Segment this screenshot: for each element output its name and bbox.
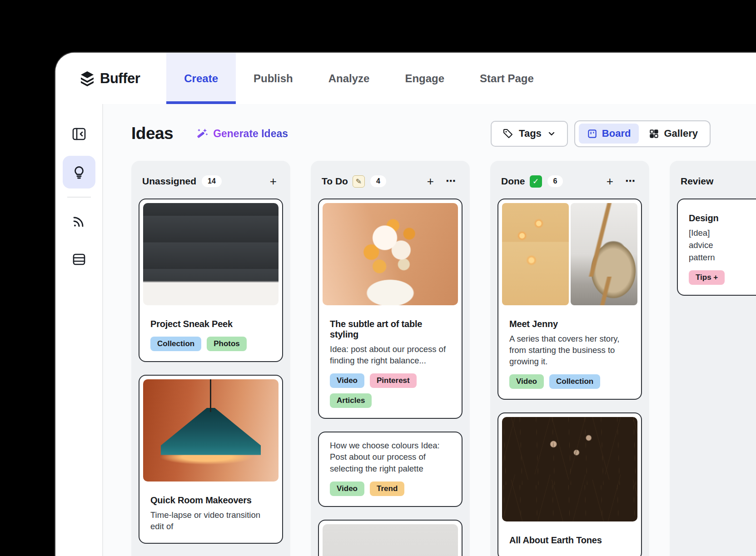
column-count-badge: 4	[370, 175, 386, 187]
card-description-line: pattern	[689, 252, 756, 263]
card-content: The subtle art of table stylingIdea: pos…	[319, 309, 462, 418]
logo-text: Buffer	[100, 70, 140, 87]
idea-card[interactable]: All About Earth Tones	[497, 412, 642, 556]
column-title: To Do	[322, 176, 348, 187]
main-panel: Ideas Generate Ideas	[103, 104, 756, 556]
card-tags: VideoCollection	[509, 374, 630, 389]
tags-button-label: Tags	[519, 128, 542, 139]
column-menu-button[interactable]: ⋯	[622, 175, 639, 187]
buffer-logo[interactable]: Buffer	[79, 53, 140, 104]
card-title: Quick Room Makeovers	[150, 495, 271, 506]
tab-engage[interactable]: Engage	[387, 53, 462, 104]
apples-image	[323, 524, 458, 556]
column-header: Done✓6+⋯	[497, 168, 642, 192]
column-header: Review	[677, 168, 756, 192]
card-description: How we choose colours Idea: Post about o…	[330, 440, 451, 474]
tab-create[interactable]: Create	[166, 53, 236, 104]
card-title: All About Earth Tones	[509, 535, 630, 546]
card-description-line: advice	[689, 239, 756, 251]
candles-photo	[502, 203, 569, 305]
column-unassigned: Unassigned14+Project Sneak PeekCollectio…	[131, 161, 290, 556]
tag-tips: Tips +	[689, 270, 725, 285]
board-view-icon	[587, 129, 597, 139]
tab-analyze[interactable]: Analyze	[311, 53, 388, 104]
teal-lamp-image	[143, 379, 279, 482]
sidebar-item-feed[interactable]	[63, 205, 95, 238]
tab-label: Analyze	[328, 72, 370, 85]
card-title: Meet Jenny	[509, 319, 630, 329]
tab-publish[interactable]: Publish	[236, 53, 311, 104]
tab-label: Start Page	[480, 72, 534, 85]
idea-card[interactable]: Meet JennyA series that covers her story…	[497, 199, 642, 400]
gallery-view-icon	[649, 129, 659, 139]
tab-start-page[interactable]: Start Page	[462, 53, 552, 104]
rows-icon	[71, 252, 87, 267]
dried-flowers-image	[502, 417, 637, 521]
idea-card[interactable]	[318, 520, 463, 556]
magic-wand-icon	[196, 127, 209, 140]
rss-icon	[71, 213, 87, 229]
sidebar	[55, 104, 103, 556]
add-card-button[interactable]: +	[603, 174, 617, 188]
column-menu-button[interactable]: ⋯	[442, 175, 460, 187]
top-nav: Buffer CreatePublishAnalyzeEngageStart P…	[55, 53, 756, 104]
gallery-view-label: Gallery	[664, 128, 698, 139]
tag-collection: Collection	[150, 337, 201, 351]
idea-card[interactable]: Quick Room MakeoversTime-lapse or video …	[139, 375, 283, 544]
page-header: Ideas Generate Ideas	[131, 120, 756, 147]
card-content: How we choose colours Idea: Post about o…	[319, 432, 462, 506]
sidebar-item-content-library[interactable]	[63, 243, 95, 276]
candles-vase-image	[502, 203, 637, 305]
sidebar-item-ideas[interactable]	[63, 156, 95, 189]
idea-card[interactable]: The subtle art of table stylingIdea: pos…	[318, 199, 463, 419]
card-content: Quick Room MakeoversTime-lapse or video …	[139, 485, 282, 543]
idea-card[interactable]: Design[Idea]advicepatternTips +	[677, 199, 756, 296]
card-content: Design[Idea]advicepatternTips +	[678, 199, 756, 295]
idea-card[interactable]: Project Sneak PeekCollectionPhotos	[139, 199, 283, 362]
content-area: Ideas Generate Ideas	[55, 104, 756, 556]
tag-trend: Trend	[370, 482, 404, 496]
tag-icon	[502, 128, 513, 139]
idea-card[interactable]: How we choose colours Idea: Post about o…	[318, 432, 463, 506]
chevron-down-icon	[547, 129, 556, 138]
column-title: Unassigned	[142, 176, 196, 187]
gallery-view-button[interactable]: Gallery	[641, 124, 706, 144]
nav-tabs: CreatePublishAnalyzeEngageStart Page	[166, 53, 552, 104]
generate-ideas-label: Generate Ideas	[213, 128, 288, 140]
app-window: Buffer CreatePublishAnalyzeEngageStart P…	[55, 52, 756, 556]
tags-filter-button[interactable]: Tags	[491, 121, 568, 147]
column-count-badge: 6	[547, 175, 563, 187]
tag-articles: Articles	[330, 393, 372, 408]
board: Unassigned14+Project Sneak PeekCollectio…	[131, 161, 756, 556]
flowers-image	[323, 203, 458, 305]
tag-collection: Collection	[549, 374, 600, 389]
sidebar-item-collapse-panel[interactable]	[63, 118, 95, 150]
view-toggle: Board Gallery	[574, 120, 711, 147]
column-to-do: To Do✎4+⋯The subtle art of table styling…	[311, 161, 470, 556]
card-tags: VideoTrend	[330, 482, 451, 496]
board-view-label: Board	[602, 128, 631, 139]
card-content: Meet JennyA series that covers her story…	[498, 309, 641, 399]
board-view-button[interactable]: Board	[579, 124, 639, 144]
tag-video: Video	[509, 374, 544, 389]
column-done: Done✓6+⋯Meet JennyA series that covers h…	[490, 161, 649, 556]
card-title: Project Sneak Peek	[150, 319, 271, 329]
column-review: ReviewDesign[Idea]advicepatternTips +	[670, 161, 756, 556]
card-tags: CollectionPhotos	[150, 337, 271, 351]
column-title: Done	[501, 176, 525, 187]
column-header: Unassigned14+	[139, 168, 283, 192]
sidebar-divider	[67, 197, 91, 198]
header-controls: Tags Board	[491, 120, 711, 147]
lightbulb-icon	[71, 164, 87, 180]
add-card-button[interactable]: +	[423, 174, 438, 188]
check-emoji: ✓	[530, 175, 542, 188]
add-card-button[interactable]: +	[266, 174, 280, 188]
generate-ideas-button[interactable]: Generate Ideas	[196, 127, 288, 140]
memo-emoji: ✎	[353, 175, 365, 188]
living-room-image	[143, 203, 279, 305]
vase-photo	[571, 203, 637, 305]
card-title: The subtle art of table styling	[330, 319, 451, 340]
collapse-panel-icon	[71, 126, 87, 142]
tab-label: Engage	[405, 72, 444, 85]
card-tags: Tips +	[689, 270, 756, 285]
